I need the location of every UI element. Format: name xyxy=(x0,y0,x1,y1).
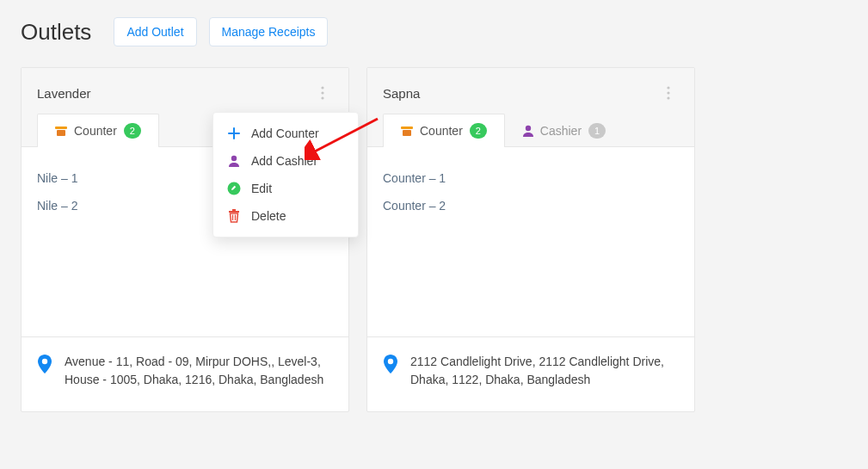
list-item: Counter – 2 xyxy=(383,192,679,219)
svg-point-12 xyxy=(388,359,393,364)
menu-edit-label: Edit xyxy=(251,182,272,195)
outlet-actions-dropdown: Add Counter Add Cashier Edit Delete xyxy=(212,112,359,238)
menu-add-counter-label: Add Counter xyxy=(251,127,319,140)
tab-counter[interactable]: Counter 2 xyxy=(383,114,505,147)
menu-delete[interactable]: Delete xyxy=(213,202,358,230)
svg-point-13 xyxy=(231,156,237,161)
cashier-icon xyxy=(523,125,533,137)
counter-count-badge: 2 xyxy=(124,123,141,139)
list-item: Counter – 1 xyxy=(383,164,679,192)
svg-point-0 xyxy=(321,86,323,89)
counter-icon xyxy=(401,126,413,136)
menu-add-cashier-label: Add Cashier xyxy=(251,154,317,168)
tab-cashier[interactable]: Cashier 1 xyxy=(505,114,624,147)
add-outlet-button[interactable]: Add Outlet xyxy=(114,17,196,46)
trash-icon xyxy=(227,209,241,223)
tab-counter-label: Counter xyxy=(420,124,463,138)
menu-add-cashier[interactable]: Add Cashier xyxy=(213,147,358,175)
svg-rect-4 xyxy=(57,130,65,136)
svg-point-11 xyxy=(526,126,531,131)
outlet-address: 2112 Candlelight Drive, 2112 Candlelight… xyxy=(410,353,679,389)
tab-counter-label: Counter xyxy=(74,124,117,138)
plus-icon xyxy=(227,127,241,140)
counter-icon xyxy=(55,126,67,136)
menu-add-counter[interactable]: Add Counter xyxy=(213,120,358,147)
svg-rect-16 xyxy=(232,209,236,211)
svg-point-7 xyxy=(667,91,669,94)
cashier-count-badge: 1 xyxy=(588,123,606,139)
menu-delete-label: Delete xyxy=(251,209,286,223)
svg-rect-10 xyxy=(403,130,411,136)
outlet-card: Sapna Counter 2 xyxy=(366,67,695,412)
outlet-address: Avenue - 11, Road - 09, Mirpur DOHS,, Le… xyxy=(65,353,333,389)
svg-rect-9 xyxy=(401,127,413,129)
menu-edit[interactable]: Edit xyxy=(213,175,358,202)
svg-rect-15 xyxy=(229,211,239,213)
outlet-name: Sapna xyxy=(383,86,420,101)
svg-point-2 xyxy=(321,96,323,99)
svg-rect-3 xyxy=(55,127,67,129)
tab-cashier-label: Cashier xyxy=(540,124,582,138)
svg-point-6 xyxy=(667,86,669,89)
kebab-icon[interactable] xyxy=(312,83,333,103)
location-pin-icon xyxy=(383,355,398,373)
edit-icon xyxy=(227,182,241,195)
counter-count-badge: 2 xyxy=(470,123,487,139)
cashier-icon xyxy=(227,154,241,168)
kebab-icon[interactable] xyxy=(658,83,679,103)
page-title: Outlets xyxy=(21,19,91,46)
tab-counter[interactable]: Counter 2 xyxy=(37,114,159,147)
outlet-name: Lavender xyxy=(37,86,91,101)
manage-receipts-button[interactable]: Manage Receipts xyxy=(209,17,329,46)
location-pin-icon xyxy=(37,355,52,373)
svg-point-5 xyxy=(42,359,47,364)
svg-point-8 xyxy=(667,96,669,99)
svg-point-1 xyxy=(321,91,323,94)
